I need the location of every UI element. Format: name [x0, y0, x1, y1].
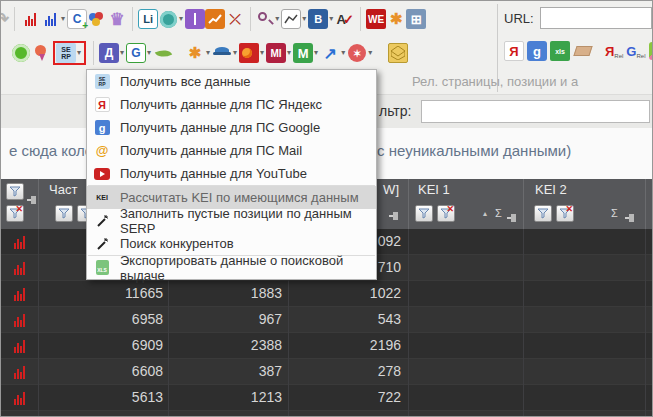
blue-stats-icon[interactable] — [40, 9, 60, 29]
chevron-down-icon[interactable]: ▾ — [287, 43, 291, 63]
cell-kei2[interactable] — [524, 255, 646, 281]
trend-arrow-icon[interactable]: ↗ — [320, 43, 340, 63]
chevron-down-icon[interactable]: ▾ — [179, 9, 183, 29]
cell-kei1[interactable] — [409, 333, 524, 359]
clipped-icon[interactable] — [649, 42, 653, 60]
mi-icon[interactable]: MI — [266, 43, 286, 63]
cell-kei2[interactable] — [524, 385, 646, 411]
cell-frequency-w[interactable]: 387 — [169, 359, 289, 385]
mini-chart-icon[interactable] — [281, 9, 301, 29]
cell-kei2[interactable] — [524, 333, 646, 359]
cell-frequency-w[interactable]: 967 — [169, 307, 289, 333]
green-circle-icon[interactable] — [11, 43, 31, 63]
target-icon[interactable]: ✶ — [347, 43, 367, 63]
console-icon[interactable]: C+ — [67, 9, 87, 29]
table-row[interactable]: 11665 1883 1022 — [1, 281, 653, 307]
cell-frequency-exact[interactable]: 1022 — [289, 281, 409, 307]
manual-hand-icon[interactable]: ✱ — [185, 43, 205, 63]
fireball-icon[interactable] — [239, 43, 259, 63]
cell-kei1[interactable] — [409, 229, 524, 255]
purple-stats-icon[interactable] — [185, 9, 205, 29]
chevron-down-icon[interactable]: ▾ — [147, 43, 151, 63]
table-row[interactable]: 6608 387 278 — [1, 359, 653, 385]
cell-kei2[interactable] — [524, 359, 646, 385]
chevron-down-icon[interactable]: ▾ — [260, 43, 264, 63]
filter-icon[interactable] — [55, 205, 73, 222]
cell-frequency-w[interactable]: 1213 — [169, 385, 289, 411]
orange-chart-icon[interactable] — [205, 9, 225, 29]
header-kei2[interactable]: KEI 2 ✕ Σ — [524, 179, 646, 229]
hand-icon[interactable]: ✱ — [386, 9, 406, 29]
cell-frequency-exact[interactable]: 278 — [289, 359, 409, 385]
filter-icon[interactable] — [534, 205, 552, 222]
google-rel-icon[interactable]: GRel — [626, 44, 645, 59]
cell-frequency[interactable]: 5613 — [39, 385, 169, 411]
cell-frequency-w[interactable]: 1883 — [169, 281, 289, 307]
cell-frequency-w[interactable]: 745 — [169, 411, 289, 417]
spellcheck-icon[interactable]: A✓ — [335, 9, 355, 29]
cell-kei1[interactable] — [409, 385, 524, 411]
tools-icon[interactable]: ⤫ — [225, 9, 245, 29]
chevron-down-icon[interactable]: ▾ — [341, 43, 345, 63]
filter-input[interactable] — [421, 100, 650, 123]
pin-icon[interactable] — [389, 207, 400, 225]
cell-frequency-exact[interactable]: 543 — [289, 307, 409, 333]
clear-filter-icon[interactable]: ✕ — [6, 205, 24, 222]
table-row[interactable]: 6909 2388 2196 — [1, 333, 653, 359]
menu-item-export-serp-data[interactable]: XLS Экспортировать данные о поисковой вы… — [87, 256, 376, 279]
cell-frequency-w[interactable]: 2388 — [169, 333, 289, 359]
yandex-rel-icon[interactable]: ЯRel — [605, 44, 623, 59]
chevron-down-icon[interactable]: ▾ — [120, 43, 124, 63]
sum-icon[interactable]: Σ — [495, 207, 502, 219]
search-icon[interactable] — [256, 10, 274, 28]
cell-kei2[interactable] — [524, 229, 646, 255]
b-service-icon[interactable]: B — [308, 9, 328, 29]
crown-icon[interactable]: ♛ — [107, 9, 127, 29]
url-input[interactable] — [540, 7, 652, 29]
menu-item-get-all-data[interactable]: SERP Получить все данные — [87, 70, 376, 93]
liveinternet-icon[interactable]: Li — [138, 9, 158, 29]
cell-frequency-exact[interactable]: 722 — [289, 385, 409, 411]
chevron-down-icon[interactable]: ▾ — [77, 43, 81, 63]
cell-kei1[interactable] — [409, 255, 524, 281]
google-icon[interactable]: g — [527, 41, 547, 61]
filter-icon[interactable] — [6, 183, 24, 200]
cell-kei1[interactable] — [409, 359, 524, 385]
chevron-down-icon[interactable]: ▾ — [329, 9, 333, 29]
header-kei1[interactable]: KEI 1 ✕ ▴ Σ — [409, 179, 524, 229]
calculator-icon[interactable]: ⊞ — [406, 9, 426, 29]
serp-button-selected[interactable]: SERP ▾ — [53, 41, 86, 65]
cell-frequency[interactable]: 6909 — [39, 333, 169, 359]
menu-item-get-youtube-data[interactable]: Получить данные для YouTube — [87, 162, 376, 185]
menu-item-get-yandex-data[interactable]: Я Получить данные для ПС Яндекс — [87, 93, 376, 116]
leaf-icon[interactable] — [153, 43, 173, 63]
metrika-balls-icon[interactable] — [87, 9, 107, 29]
menu-item-get-google-data[interactable]: g Получить данные для ПС Google — [87, 116, 376, 139]
cell-kei2[interactable] — [524, 281, 646, 307]
cell-frequency[interactable]: 4817 — [39, 411, 169, 417]
clear-filter-icon[interactable]: ✕ — [556, 205, 574, 222]
teal-circle-icon[interactable] — [158, 9, 178, 29]
cell-kei2[interactable] — [524, 411, 646, 417]
cell-frequency[interactable]: 6608 — [39, 359, 169, 385]
pin-icon[interactable] — [507, 209, 518, 227]
spy-icon[interactable] — [212, 43, 232, 63]
direct-icon[interactable]: Д — [99, 43, 119, 63]
chevron-down-icon[interactable]: ▾ — [233, 43, 237, 63]
cell-frequency-exact[interactable]: 418 — [289, 411, 409, 417]
package-icon[interactable] — [388, 43, 408, 63]
cell-frequency[interactable]: 11665 — [39, 281, 169, 307]
yandex-icon[interactable]: Я — [504, 41, 524, 61]
m-icon[interactable]: M — [293, 43, 313, 63]
table-row[interactable]: 5613 1213 722 — [1, 385, 653, 411]
cell-kei1[interactable] — [409, 307, 524, 333]
eraser-icon[interactable] — [573, 41, 593, 61]
chevron-down-icon[interactable]: ▾ — [206, 43, 210, 63]
chevron-down-icon[interactable]: ▾ — [368, 43, 372, 63]
cell-kei1[interactable] — [409, 281, 524, 307]
red-stats-icon[interactable] — [20, 9, 40, 29]
cell-frequency-exact[interactable]: 2196 — [289, 333, 409, 359]
chevron-down-icon[interactable]: ▾ — [61, 9, 65, 29]
chevron-down-icon[interactable]: ▾ — [275, 9, 279, 29]
menu-item-get-mail-data[interactable]: @ Получить данные для ПС Mail — [87, 139, 376, 162]
